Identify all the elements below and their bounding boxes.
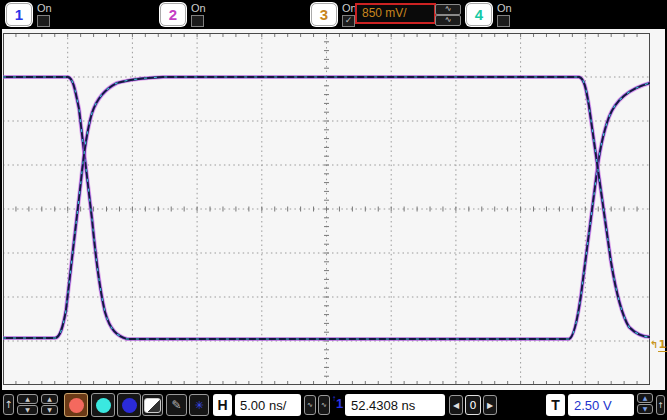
channel-1-on-label: On xyxy=(37,3,52,14)
channel-2-on-label: On xyxy=(191,3,206,14)
display-mode-button[interactable] xyxy=(142,394,163,416)
channel-2-button[interactable]: 2 xyxy=(160,3,186,26)
right-triangle-icon: ▶ xyxy=(487,401,493,410)
trigger-level-field[interactable]: 2.50 V xyxy=(568,394,634,416)
waveform-display: ↰13 xyxy=(2,29,665,390)
trigger-source-indicator: ↑ 1 xyxy=(332,395,343,413)
wave-icon: ∿ xyxy=(445,4,452,13)
vertical-spinner: ▲ ▼ xyxy=(17,394,38,415)
channel-1-on-checkbox[interactable] xyxy=(37,15,50,27)
trigger-menu-button[interactable]: T xyxy=(546,394,565,416)
oscilloscope-window: 1 On 2 On 3 On ✓ 850 mV/ ∿ ∿ 4 xyxy=(0,0,667,420)
up-chevron-icon: ▲ xyxy=(25,396,30,402)
horizontal-menu-button[interactable]: H xyxy=(213,394,232,416)
down-chevron-icon: ▼ xyxy=(47,407,52,413)
delay-increment-button[interactable]: ▶ xyxy=(483,395,497,415)
spin-down-button[interactable]: ▼ xyxy=(637,404,653,414)
wave-icon: ∿ xyxy=(307,401,313,409)
channel-3-scale-field[interactable]: 850 mV/ xyxy=(355,3,436,24)
pan-up-button-right[interactable]: ↑ xyxy=(656,395,665,415)
brush-icon: ✎ xyxy=(171,398,181,412)
xy-mode-button[interactable]: ∿ xyxy=(318,395,330,415)
down-chevron-icon: ▼ xyxy=(643,406,648,412)
delay-time-field[interactable]: 52.4308 ns xyxy=(345,394,445,416)
annotate-button[interactable]: ✎ xyxy=(166,394,187,416)
digital-channel-13-marker[interactable]: ↰13 xyxy=(650,333,667,352)
blue-circle-icon xyxy=(122,398,137,413)
channel-2-on-checkbox[interactable] xyxy=(191,15,204,27)
up-arrow-icon: ↑ xyxy=(4,399,12,410)
channel-bar: 1 On 2 On 3 On ✓ 850 mV/ ∿ ∿ 4 xyxy=(0,0,667,29)
channel-4-button[interactable]: 4 xyxy=(466,3,492,26)
pan-up-button[interactable]: ↑ xyxy=(3,394,14,415)
spin-down-button[interactable]: ▼ xyxy=(17,405,38,415)
channel-3-coupling-down-button[interactable]: ∿ xyxy=(435,15,461,26)
vertical-spinner-2: ▲ ▼ xyxy=(41,394,58,415)
red-circle-icon xyxy=(69,398,84,413)
channel-1-button[interactable]: 1 xyxy=(6,3,32,26)
down-chevron-icon: ▼ xyxy=(25,407,30,413)
spin-up-button[interactable]: ▲ xyxy=(17,394,38,404)
graticule xyxy=(3,33,650,385)
channel-3-button[interactable]: 3 xyxy=(311,3,337,26)
wave-icon: ∿ xyxy=(321,401,327,409)
up-chevron-icon: ▲ xyxy=(47,396,52,402)
channel-4-on-checkbox[interactable] xyxy=(497,15,510,27)
up-arrow-icon: ↑ xyxy=(657,401,664,410)
intensity-button[interactable]: ✳ xyxy=(189,394,209,416)
delay-zero-button[interactable]: 0 xyxy=(465,395,481,415)
color-blue-button[interactable] xyxy=(117,393,141,417)
channel-3-coupling-up-button[interactable]: ∿ xyxy=(435,4,461,15)
spin-down-button[interactable]: ▼ xyxy=(41,405,58,415)
spin-up-button[interactable]: ▲ xyxy=(637,393,653,403)
channel-3-on-checkbox[interactable]: ✓ xyxy=(342,15,355,27)
spin-up-button[interactable]: ▲ xyxy=(41,394,58,404)
up-chevron-icon: ▲ xyxy=(643,395,648,401)
timebase-scale-field[interactable]: 5.00 ns/ xyxy=(235,394,301,416)
trigger-level-spinner: ▲ ▼ xyxy=(637,393,653,414)
channel-4-on-label: On xyxy=(497,3,512,14)
starburst-icon: ✳ xyxy=(194,399,203,412)
color-cyan-button[interactable] xyxy=(91,393,115,417)
color-red-button[interactable] xyxy=(64,393,88,417)
moon-icon xyxy=(144,398,161,413)
wave-icon: ∿ xyxy=(445,15,452,24)
delay-decrement-button[interactable]: ◀ xyxy=(449,395,463,415)
control-bar: ↑ ▲ ▼ ▲ ▼ ✎ ✳ H 5.00 ns/ ∿ ∿ ↑ 1 52.4308… xyxy=(0,390,667,420)
left-triangle-icon: ◀ xyxy=(453,401,459,410)
zoom-mode-button[interactable]: ∿ xyxy=(304,395,316,415)
cyan-circle-icon xyxy=(96,398,111,413)
